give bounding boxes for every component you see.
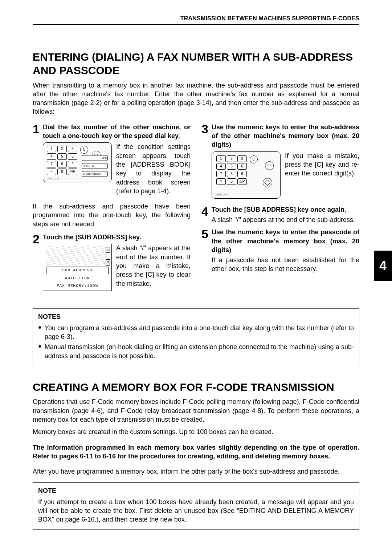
bar-key-2: RPO.TPS [82, 163, 108, 169]
step-4: 4 Touch the [SUB ADDRESS] key once again… [201, 205, 359, 224]
step-2-title: Touch the [SUB ADDRESS] key. [43, 233, 191, 242]
keypad-illustration-1: 1 2 3 4 5 6 7 8 9 ＊ 0 #/ [43, 142, 112, 182]
key-9: 9 [237, 171, 247, 177]
key-star: ＊ [216, 178, 226, 185]
key-8: 8 [57, 161, 67, 167]
fax-memory-label: FAX MEMORY:100% [46, 283, 109, 289]
key-1: 1 [47, 146, 56, 152]
key-6: 6 [68, 153, 77, 160]
scribble-texture [46, 246, 109, 265]
key-4: 4 [47, 153, 56, 160]
c-key-icon: C [80, 146, 88, 154]
key-3: 3 [68, 146, 77, 152]
start-diamond-icon [263, 178, 272, 187]
step-2: 2 Touch the [SUB ADDRESS] key. A S SUB A… [33, 233, 191, 294]
section1-intro: When transmitting to a memory box in ano… [33, 81, 359, 116]
key-5: 5 [227, 163, 236, 170]
section2-title: CREATING A MEMORY BOX FOR F-CODE TRANSMI… [33, 380, 359, 394]
auto-label: AUTO TION [46, 275, 109, 282]
step-1-side-text: If the condition settings screen appears… [116, 142, 191, 195]
step-number: 1 [33, 123, 43, 198]
c-key-icon: C [250, 155, 258, 163]
step-number: 2 [33, 233, 43, 294]
section2-p1: Operations that use F-Code memory boxes … [33, 397, 359, 424]
steps-left-column: 1 Dial the fax number of the other machi… [33, 123, 191, 298]
steps-right-column: 3 Use the numeric keys to enter the sub-… [201, 123, 359, 298]
section1-title: ENTERING (DIALING) A FAX NUMBER WITH A S… [33, 50, 359, 77]
key-2: 2 [57, 146, 67, 152]
key-0: 0 [57, 169, 67, 175]
section2-after: After you have programmed a memory box, … [33, 467, 359, 476]
note-item-1: You can program a sub-address and passco… [45, 324, 354, 341]
key-2: 2 [227, 155, 236, 162]
section2-p2: Memory boxes are created in the custom s… [33, 428, 359, 436]
note-item-2: Manual transmission (on-hook dialing or … [45, 343, 354, 360]
bar-key-3: SHARP GROUP [82, 171, 108, 177]
key-1: 1 [216, 155, 226, 162]
numeric-keypad: 1 2 3 4 5 6 7 8 9 ＊ 0 #/ [47, 146, 77, 175]
step-2-side-text: A slash "/" appears at the end of the fa… [116, 244, 191, 288]
step-3-side-text: If you make a mistake, press the [C] key… [285, 151, 359, 178]
step-5: 5 Use the numeric keys to enter the pass… [201, 228, 359, 273]
key-8: 8 [227, 171, 236, 177]
step-5-text: If a passcode has not been established f… [212, 256, 359, 274]
step-number: 3 [201, 123, 212, 202]
acc-label: ACC.#-C [48, 177, 59, 181]
bullet-icon: ● [38, 343, 42, 360]
key-0: 0 [227, 178, 236, 185]
key-5: 5 [57, 153, 67, 160]
note-box: NOTE If you attempt to create a box when… [33, 482, 359, 529]
chapter-tab: 4 [374, 251, 392, 281]
key-6: 6 [237, 163, 247, 170]
notes-header: NOTES [38, 312, 354, 321]
steps-container: 1 Dial the fax number of the other machi… [33, 123, 359, 298]
key-7: 7 [47, 161, 56, 167]
key-hash: #/P [237, 178, 247, 185]
keypad-illustration-2: 1 2 3 4 5 6 7 8 9 ＊ 0 #/ [212, 151, 281, 199]
section2-bold: The information programmed in each memor… [33, 443, 359, 461]
step-3: 3 Use the numeric keys to enter the sub-… [201, 123, 359, 202]
key-hash: #/P [68, 169, 77, 175]
key-4: 4 [216, 163, 226, 170]
key-9: 9 [68, 161, 77, 167]
speaker-key: SPE [82, 155, 108, 161]
step-4-text: A slash "/" appears at the end of the su… [212, 215, 359, 224]
step-4-title: Touch the [SUB ADDRESS] key once again. [212, 205, 359, 214]
step-5-title: Use the numeric keys to enter the passco… [212, 228, 359, 254]
key-star: ＊ [47, 169, 56, 175]
note-text: If you attempt to create a box when 100 … [38, 498, 354, 524]
step-1-title: Dial the fax number of the other machine… [43, 123, 191, 141]
step-3-title: Use the numeric keys to enter the sub-ad… [212, 123, 359, 149]
note-header: NOTE [38, 486, 354, 495]
numeric-keypad: 1 2 3 4 5 6 7 8 9 ＊ 0 #/ [216, 155, 247, 185]
sub-address-panel-illustration: A S SUB ADDRESS AUTO TION FAX MEMORY:100… [43, 244, 112, 291]
key-3: 3 [237, 155, 247, 162]
acc-label: ACC.#-C [216, 193, 228, 197]
step-1: 1 Dial the fax number of the other machi… [33, 123, 191, 198]
running-header: TRANSMISSION BETWEEN MACHINES SUPPORTING… [33, 15, 359, 25]
notes-box: NOTES ●You can program a sub-address and… [33, 308, 359, 367]
step-number: 5 [201, 228, 212, 273]
key-7: 7 [216, 171, 226, 177]
step-number: 4 [201, 205, 212, 224]
sub-address-button-drawn: SUB ADDRESS [46, 267, 109, 274]
step-1-continuation: If the sub-address and passcode have bee… [33, 202, 191, 228]
ca-key-icon: CA [265, 161, 274, 170]
bullet-icon: ● [38, 324, 42, 341]
